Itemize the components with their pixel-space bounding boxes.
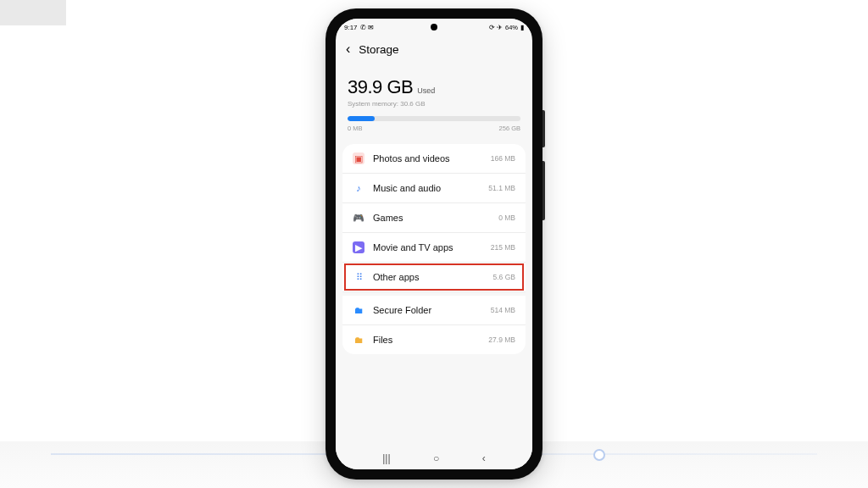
- category-label: Movie and TV apps: [373, 242, 482, 252]
- front-camera-dot: [431, 24, 437, 30]
- battery-icon: ▮: [520, 24, 524, 31]
- nav-recent-button[interactable]: |||: [382, 452, 390, 464]
- files-icon: 🖿: [353, 334, 364, 346]
- storage-summary: 39.9 GB Used System memory: 30.6 GB 0 MB…: [336, 66, 532, 139]
- phone-frame: 9:17 ✆ ✉ ⟳ ✈ 64% ▮ ‹ Storage 39.9 GB Use…: [326, 8, 542, 480]
- category-size: 514 MB: [491, 306, 515, 314]
- music-icon: ♪: [353, 182, 364, 194]
- games-icon: 🎮: [353, 212, 364, 224]
- category-row-video[interactable]: ▶Movie and TV apps215 MB: [342, 233, 526, 263]
- storage-progress-bar: [348, 116, 520, 121]
- storage-used-amount: 39.9 GB: [348, 76, 413, 98]
- back-button[interactable]: ‹: [344, 41, 352, 58]
- other-icon: ⠿: [353, 271, 364, 283]
- video-icon: ▶: [353, 241, 364, 253]
- status-battery-text: 64%: [505, 24, 518, 31]
- phone-screen: 9:17 ✆ ✉ ⟳ ✈ 64% ▮ ‹ Storage 39.9 GB Use…: [336, 19, 532, 469]
- nav-home-button[interactable]: ○: [433, 452, 439, 464]
- category-size: 5.6 GB: [493, 273, 515, 281]
- category-row-other[interactable]: ⠿Other apps5.6 GB: [342, 263, 526, 292]
- storage-used-label: Used: [417, 86, 435, 95]
- storage-scale: 0 MB 256 GB: [348, 125, 520, 132]
- photos-icon: ▣: [353, 152, 364, 164]
- category-row-photos[interactable]: ▣Photos and videos166 MB: [342, 144, 526, 174]
- page-title: Storage: [359, 43, 398, 56]
- storage-progress-fill: [348, 116, 375, 121]
- status-right-icons: ⟳ ✈: [489, 24, 503, 31]
- category-row-secure[interactable]: 🖿Secure Folder514 MB: [342, 292, 526, 325]
- storage-scale-max: 256 GB: [499, 125, 520, 132]
- secure-icon: 🖿: [353, 304, 364, 316]
- nav-back-button[interactable]: ‹: [482, 452, 486, 464]
- category-size: 215 MB: [491, 243, 515, 252]
- stage-corner-patch: [0, 0, 66, 25]
- category-row-games[interactable]: 🎮Games0 MB: [342, 203, 526, 233]
- android-nav-bar: ||| ○ ‹: [336, 447, 532, 469]
- category-size: 27.9 MB: [488, 336, 515, 344]
- category-size: 166 MB: [491, 154, 515, 163]
- category-label: Music and audio: [373, 183, 480, 193]
- category-row-music[interactable]: ♪Music and audio51.1 MB: [342, 174, 526, 203]
- status-left-icons: ✆ ✉: [360, 24, 374, 31]
- category-label: Files: [373, 335, 480, 345]
- category-label: Secure Folder: [373, 305, 482, 315]
- storage-scale-min: 0 MB: [348, 125, 363, 132]
- category-row-files[interactable]: 🖿Files27.9 MB: [342, 325, 526, 354]
- status-time: 9:17: [344, 24, 358, 31]
- category-size: 0 MB: [498, 214, 515, 222]
- storage-category-list: ▣Photos and videos166 MB♪Music and audio…: [342, 144, 526, 354]
- page-header: ‹ Storage: [336, 36, 532, 66]
- category-label: Games: [373, 213, 490, 223]
- category-label: Other apps: [373, 272, 485, 282]
- category-size: 51.1 MB: [488, 184, 515, 192]
- category-label: Photos and videos: [373, 153, 482, 164]
- system-memory-label: System memory: 30.6 GB: [348, 100, 520, 108]
